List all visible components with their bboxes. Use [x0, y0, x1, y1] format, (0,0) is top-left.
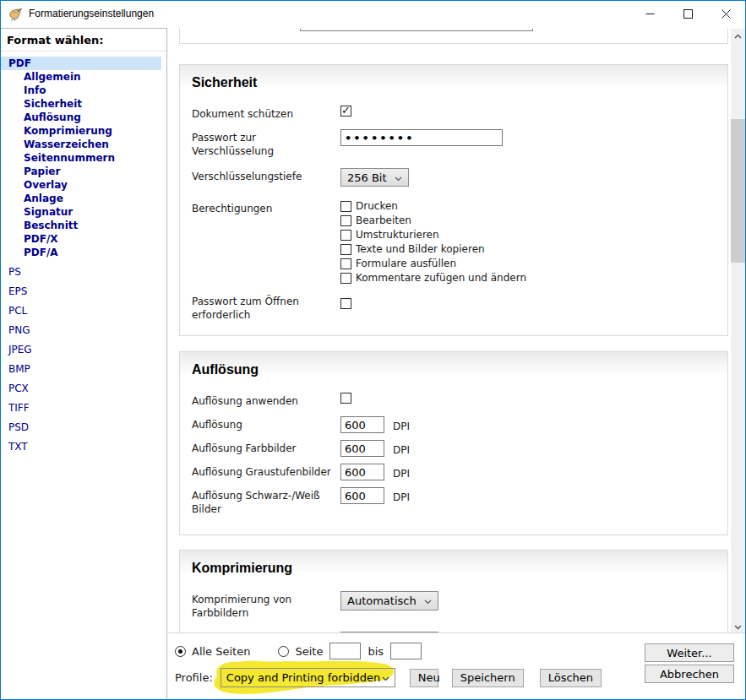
- compression-select-komprimierung-von-farbbildern[interactable]: Automatisch: [340, 591, 438, 610]
- format-nav-list: PDFAllgemeinInfoSicherheitAuflösungKompr…: [1, 52, 166, 453]
- sidebar-item-eps[interactable]: EPS: [1, 285, 166, 298]
- open-password-checkbox[interactable]: [340, 298, 351, 309]
- page-label: Seite: [295, 645, 323, 658]
- resolution-row-aufl-sung-graustufenbilder: Auflösung GraustufenbilderDPI: [192, 464, 716, 480]
- sidebar-item-overlay[interactable]: Overlay: [1, 178, 166, 192]
- chevron-down-icon: [382, 671, 389, 684]
- permission-label: Texte und Bilder kopieren: [356, 243, 485, 255]
- sidebar-item-anlage[interactable]: Anlage: [1, 192, 166, 205]
- encryption-depth-value: 256 Bit: [347, 171, 387, 184]
- resolution-section-title: Auflösung: [192, 362, 716, 377]
- vertical-scrollbar[interactable]: [731, 29, 745, 634]
- sidebar-item-pdf-x[interactable]: PDF/X: [1, 232, 166, 246]
- permission-label: Kommentare zufügen und ändern: [356, 272, 526, 284]
- sidebar-item-png[interactable]: PNG: [1, 323, 166, 337]
- sidebar-item-psd[interactable]: PSD: [1, 421, 166, 434]
- permissions-row: Berechtigungen DruckenBearbeitenUmstrukt…: [192, 200, 716, 286]
- permission-checkbox-kommentare-zuf-gen-und-ndern[interactable]: [340, 273, 351, 284]
- scroll-up-icon[interactable]: [731, 29, 745, 43]
- encryption-password-input[interactable]: [340, 129, 503, 146]
- sidebar-item-wasserzeichen[interactable]: Wasserzeichen: [1, 138, 166, 151]
- permission-label: Formulare ausfüllen: [356, 258, 456, 269]
- permission-checkbox-umstrukturieren[interactable]: [340, 230, 351, 241]
- compression-rows: Komprimierung von FarbbildernAutomatisch…: [192, 591, 716, 634]
- titlebar: Formatierungseinstellungen: [1, 1, 745, 28]
- protect-document-label: Dokument schützen: [192, 106, 340, 121]
- cancel-button[interactable]: Abbrechen: [645, 665, 734, 683]
- encryption-depth-label: Verschlüsselungstiefe: [192, 168, 340, 183]
- pdf24-bird-icon: [8, 8, 25, 21]
- page-range-row: Alle Seiten Seite bis: [175, 643, 422, 659]
- sidebar-item-signatur[interactable]: Signatur: [1, 205, 166, 219]
- sidebar-item-txt[interactable]: TXT: [1, 440, 166, 453]
- resolution-apply-checkbox[interactable]: [340, 393, 351, 404]
- dpi-unit-label: DPI: [393, 440, 410, 456]
- sidebar-item-info[interactable]: Info: [1, 84, 166, 97]
- window-title: Formatierungseinstellungen: [29, 8, 154, 19]
- permissions-list: DruckenBearbeitenUmstrukturierenTexte un…: [340, 200, 526, 286]
- resolution-label: Auflösung Farbbilder: [192, 440, 340, 455]
- all-pages-radio[interactable]: [175, 646, 186, 657]
- resolution-label: Auflösung Graustufenbilder: [192, 464, 340, 479]
- sidebar-item-bmp[interactable]: BMP: [1, 362, 166, 376]
- sidebar-item-papier[interactable]: Papier: [1, 165, 166, 178]
- dpi-input-aufl-sung-farbbilder[interactable]: [340, 440, 384, 457]
- permission-item-drucken: Drucken: [340, 200, 526, 212]
- permission-checkbox-formulare-ausf-llen[interactable]: [340, 258, 351, 269]
- compression-select-value: Automatisch: [347, 594, 417, 607]
- sidebar-item-jpeg[interactable]: JPEG: [1, 343, 166, 356]
- sidebar-item-pdf-a[interactable]: PDF/A: [1, 246, 166, 259]
- resolution-row-aufl-sung: AuflösungDPI: [192, 416, 716, 433]
- sidebar-item-pdf[interactable]: PDF: [1, 57, 161, 70]
- permission-checkbox-texte-und-bilder-kopieren[interactable]: [340, 244, 351, 255]
- sidebar-item-tiff[interactable]: TIFF: [1, 401, 166, 415]
- sidebar-item-ps[interactable]: PS: [1, 265, 166, 279]
- profile-row: Profile: Copy and Printing forbidden Neu…: [175, 668, 602, 687]
- permission-item-umstrukturieren: Umstrukturieren: [340, 229, 526, 241]
- encryption-depth-select[interactable]: 256 Bit: [340, 168, 409, 187]
- section-security: Sicherheit Dokument schützen Passwort zu…: [179, 64, 728, 336]
- encryption-password-label: Passwort zur Verschlüsselung: [192, 129, 340, 158]
- resolution-rows: AuflösungDPIAuflösung FarbbilderDPIAuflö…: [192, 416, 716, 516]
- page-from-input[interactable]: [329, 643, 361, 659]
- permission-checkbox-bearbeiten[interactable]: [340, 215, 351, 226]
- sidebar-item-komprimierung[interactable]: Komprimierung: [1, 124, 166, 138]
- permission-label: Umstrukturieren: [356, 229, 439, 241]
- page-to-input[interactable]: [390, 643, 422, 659]
- next-button[interactable]: Weiter...: [645, 643, 734, 662]
- dpi-input-aufl-sung-graustufenbilder[interactable]: [340, 464, 384, 480]
- sidebar-item-sicherheit[interactable]: Sicherheit: [1, 97, 166, 111]
- settings-scroll-area: Sicherheit Dokument schützen Passwort zu…: [168, 29, 732, 634]
- sidebar-item-aufl-sung[interactable]: Auflösung: [1, 111, 166, 124]
- sidebar-item-allgemein[interactable]: Allgemein: [1, 70, 166, 84]
- save-profile-button[interactable]: Speichern: [452, 669, 524, 687]
- permission-checkbox-drucken[interactable]: [340, 201, 351, 212]
- partial-text-input[interactable]: [300, 29, 533, 31]
- bottom-action-bar: Alle Seiten Seite bis Profile: Copy and …: [168, 632, 745, 699]
- new-profile-button[interactable]: Neu: [410, 669, 438, 687]
- protect-document-row: Dokument schützen: [192, 106, 716, 121]
- sidebar-item-beschnitt[interactable]: Beschnitt: [1, 219, 166, 232]
- close-icon[interactable]: [707, 1, 745, 26]
- resolution-apply-row: Auflösung anwenden: [192, 393, 716, 408]
- resolution-label: Auflösung Schwarz-/Weiß Bilder: [192, 487, 340, 516]
- sidebar-item-seitennummern[interactable]: Seitennummern: [1, 151, 166, 165]
- protect-document-checkbox[interactable]: [340, 106, 351, 117]
- page-range-radio[interactable]: [278, 646, 289, 657]
- profile-select[interactable]: Copy and Printing forbidden: [221, 668, 395, 687]
- permission-item-bearbeiten: Bearbeiten: [340, 214, 526, 226]
- dpi-input-aufl-sung-schwarz-wei-bilder[interactable]: [340, 487, 384, 504]
- maximize-icon[interactable]: [669, 1, 707, 26]
- sidebar-item-pcl[interactable]: PCL: [1, 304, 166, 317]
- formatting-settings-window: Formatierungseinstellungen Format wählen…: [0, 0, 746, 700]
- dpi-input-aufl-sung[interactable]: [340, 416, 384, 433]
- dpi-unit-label: DPI: [393, 464, 410, 480]
- permission-item-formulare-ausf-llen: Formulare ausfüllen: [340, 258, 526, 269]
- delete-profile-button[interactable]: Löschen: [540, 669, 602, 687]
- sidebar-item-pcx[interactable]: PCX: [1, 382, 166, 395]
- scrollbar-thumb[interactable]: [731, 119, 745, 263]
- permissions-label: Berechtigungen: [192, 200, 340, 215]
- minimize-icon[interactable]: [631, 1, 669, 26]
- permission-item-kommentare-zuf-gen-und-ndern: Kommentare zufügen und ändern: [340, 272, 526, 284]
- security-section-title: Sicherheit: [192, 75, 716, 90]
